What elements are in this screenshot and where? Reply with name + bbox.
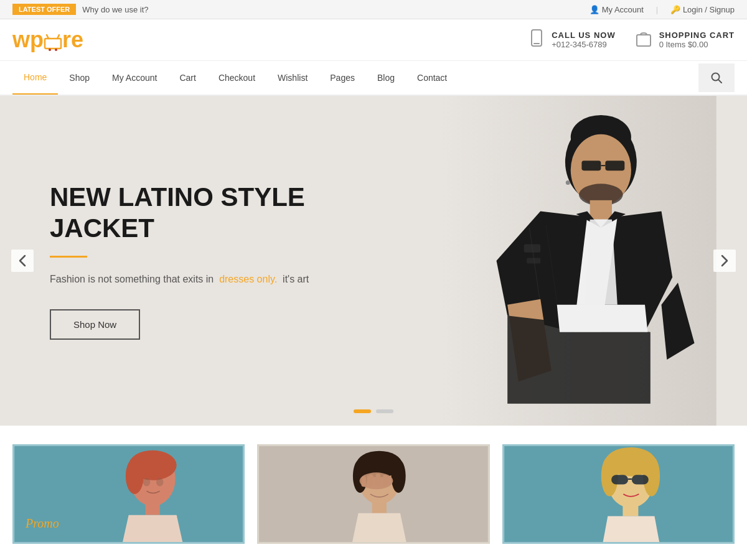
separator: | [656, 5, 658, 14]
slider-dot-2[interactable] [376, 409, 393, 413]
nav-contact[interactable]: Contact [406, 62, 458, 94]
slider-prev-button[interactable] [11, 250, 34, 272]
nav-shop[interactable]: Shop [58, 62, 101, 94]
search-icon [711, 72, 722, 83]
svg-rect-52 [372, 502, 387, 513]
chevron-right-icon [721, 254, 728, 267]
svg-marker-53 [352, 513, 406, 542]
svg-rect-27 [524, 245, 541, 253]
categories-row: Promo [0, 426, 747, 544]
nav-wishlist[interactable]: Wishlist [266, 62, 319, 94]
slider-dot-1[interactable] [354, 409, 371, 413]
nav-home[interactable]: Home [12, 61, 58, 95]
svg-point-4 [55, 49, 57, 51]
svg-rect-60 [631, 475, 648, 484]
user-icon: 👤 [590, 5, 602, 14]
call-us: CALL US NOW +012-345-6789 [528, 29, 615, 50]
nav-bar: Home Shop My Account Cart Checkout Wishl… [0, 61, 747, 96]
call-us-number: +012-345-6789 [552, 40, 615, 49]
nav-blog[interactable]: Blog [366, 62, 406, 94]
svg-rect-62 [622, 504, 638, 516]
svg-point-38 [143, 478, 151, 486]
header: wp re CALL US NOW +012-345-6789 [0, 19, 747, 61]
category-card-2[interactable] [257, 444, 489, 544]
nav-links: Home Shop My Account Cart Checkout Wishl… [12, 61, 458, 95]
logo-store: re [62, 29, 83, 51]
svg-marker-63 [603, 516, 659, 542]
category-card-3[interactable] [502, 444, 735, 544]
svg-point-37 [126, 458, 144, 494]
slider-dots [354, 409, 393, 413]
svg-rect-0 [45, 39, 61, 49]
hero-divider [50, 256, 87, 258]
cart-text: SHOPPING CART 0 Items $0.00 [659, 30, 735, 49]
model-svg [411, 96, 747, 426]
svg-rect-15 [605, 161, 624, 170]
svg-rect-28 [527, 258, 540, 264]
card2-image [259, 446, 487, 542]
hero-content: NEW LATINO STYLE JACKET Fashion is not s… [0, 182, 374, 340]
nav-my-account[interactable]: My Account [101, 62, 168, 94]
nav-checkout[interactable]: Checkout [207, 62, 266, 94]
login-signup-link[interactable]: 🔑 Login / Signup [670, 5, 735, 14]
phone-icon [528, 29, 545, 50]
top-bar: LATEST OFFER Why do we use it? 👤 My Acco… [0, 0, 747, 19]
latest-offer-badge[interactable]: LATEST OFFER [12, 4, 76, 15]
svg-point-3 [49, 49, 51, 51]
hero-model-image [411, 96, 747, 426]
svg-rect-40 [146, 503, 160, 515]
card3-image [504, 446, 733, 542]
search-button[interactable] [698, 63, 735, 92]
svg-point-29 [566, 180, 570, 185]
top-bar-right: 👤 My Account | 🔑 Login / Signup [590, 5, 735, 14]
logo-cart-icon [44, 34, 62, 51]
top-bar-left: LATEST OFFER Why do we use it? [12, 4, 149, 15]
svg-marker-33 [557, 305, 648, 332]
svg-marker-41 [123, 515, 182, 542]
svg-marker-24 [585, 220, 618, 305]
svg-rect-49 [369, 474, 374, 486]
svg-point-46 [392, 459, 406, 493]
svg-point-39 [156, 478, 164, 486]
category-card-1[interactable]: Promo [12, 444, 245, 544]
shopping-cart[interactable]: SHOPPING CART 0 Items $0.00 [634, 29, 735, 51]
key-icon: 🔑 [670, 5, 683, 14]
header-right: CALL US NOW +012-345-6789 SHOPPING CART … [528, 29, 735, 51]
svg-rect-50 [376, 474, 381, 485]
my-account-link[interactable]: 👤 My Account [590, 5, 644, 14]
cart-label: SHOPPING CART [659, 30, 735, 40]
call-us-label: CALL US NOW [552, 30, 615, 40]
svg-rect-59 [611, 475, 628, 484]
top-bar-why: Why do we use it? [82, 5, 148, 14]
svg-rect-14 [581, 161, 601, 170]
svg-rect-51 [383, 475, 388, 485]
nav-pages[interactable]: Pages [319, 62, 366, 94]
svg-rect-7 [637, 35, 651, 46]
hero-title: NEW LATINO STYLE JACKET [50, 182, 324, 245]
svg-rect-18 [590, 200, 612, 220]
svg-rect-48 [362, 476, 367, 487]
category-label-1: Promo [26, 516, 59, 531]
logo-wp: wp [12, 29, 44, 51]
chevron-left-icon [19, 254, 26, 267]
hero-slider: NEW LATINO STYLE JACKET Fashion is not s… [0, 96, 747, 426]
nav-cart[interactable]: Cart [168, 62, 207, 94]
shop-now-button[interactable]: Shop Now [50, 309, 140, 340]
subtitle-highlight: dresses only. [219, 274, 277, 284]
cart-bag-icon [634, 29, 653, 51]
svg-line-9 [718, 80, 721, 83]
logo[interactable]: wp re [12, 29, 83, 51]
call-us-text: CALL US NOW +012-345-6789 [552, 30, 615, 49]
cart-items: 0 Items $0.00 [659, 40, 735, 49]
hero-subtitle: Fashion is not something that exits in d… [50, 271, 324, 287]
slider-next-button[interactable] [713, 250, 736, 272]
